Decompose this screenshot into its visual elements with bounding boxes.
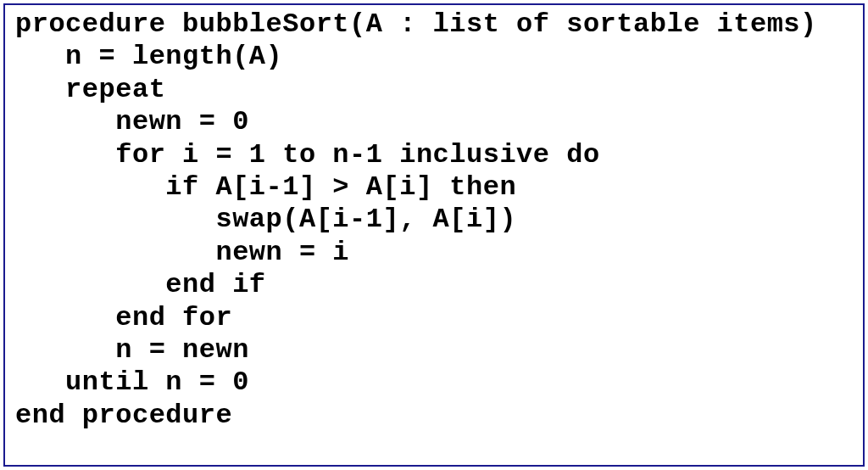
code-line-8: newn = i bbox=[15, 237, 853, 269]
code-line-4: newn = 0 bbox=[15, 106, 853, 138]
code-line-2: n = length(A) bbox=[15, 41, 853, 73]
pseudocode-container: procedure bubbleSort(A : list of sortabl… bbox=[3, 3, 865, 467]
code-line-3: repeat bbox=[15, 74, 853, 106]
code-line-6: if A[i-1] > A[i] then bbox=[15, 171, 853, 204]
code-line-12: until n = 0 bbox=[15, 366, 853, 399]
code-line-1: procedure bubbleSort(A : list of sortabl… bbox=[15, 8, 853, 41]
code-line-10: end for bbox=[15, 302, 853, 334]
code-line-9: end if bbox=[15, 269, 853, 301]
code-line-5: for i = 1 to n-1 inclusive do bbox=[15, 139, 853, 171]
code-line-7: swap(A[i-1], A[i]) bbox=[15, 204, 853, 236]
code-line-13: end procedure bbox=[15, 400, 853, 432]
code-line-11: n = newn bbox=[15, 334, 853, 366]
